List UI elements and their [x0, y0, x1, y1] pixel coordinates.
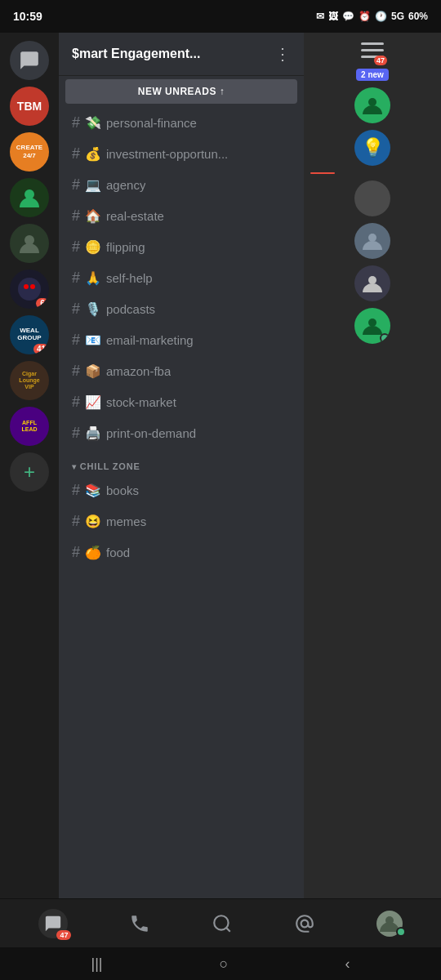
- time-display: 10:59: [13, 10, 42, 23]
- channel-emoji: 😆: [85, 514, 101, 529]
- nav-search-button[interactable]: [202, 910, 243, 938]
- online-status-dot: [380, 333, 390, 343]
- dm-avatar-3[interactable]: [354, 180, 390, 216]
- channels-scroll[interactable]: # 💸 personal-finance # 💰 investment-oppo…: [59, 107, 304, 898]
- profile-online-dot: [396, 927, 406, 937]
- channel-name: amazon-fba: [106, 364, 171, 378]
- channel-print-on-demand[interactable]: # 🖨️ print-on-demand: [59, 417, 304, 448]
- dm-avatar-2[interactable]: 💡: [354, 130, 390, 166]
- channel-emoji: 🏠: [85, 208, 101, 224]
- weal-badge: 41: [33, 344, 49, 354]
- server-icon-scary[interactable]: 6: [10, 270, 49, 309]
- nav-home-button[interactable]: 47: [29, 906, 78, 942]
- hash-icon: #: [72, 545, 80, 559]
- svg-point-10: [368, 234, 376, 242]
- channel-name: agency: [106, 178, 145, 192]
- channel-emoji: 🙏: [85, 270, 101, 286]
- dm-avatar-6[interactable]: [354, 308, 390, 344]
- server-icon-affiliate[interactable]: AFFLLEAD: [10, 407, 49, 446]
- dm-avatar-1[interactable]: [354, 87, 390, 123]
- recent-apps-button[interactable]: |||: [91, 956, 103, 973]
- channel-header: $mart Engagement... ⋮: [59, 33, 304, 76]
- category-arrow-icon: ▾: [72, 462, 77, 471]
- channel-flipping[interactable]: # 🪙 flipping: [59, 231, 304, 262]
- channel-name: personal-finance: [106, 116, 197, 130]
- status-time: 10:59: [13, 10, 42, 23]
- hamburger-menu-button[interactable]: 47: [361, 42, 384, 62]
- channel-amazon-fba[interactable]: # 📦 amazon-fba: [59, 355, 304, 386]
- channel-name: podcasts: [106, 302, 155, 316]
- channel-podcasts[interactable]: # 🎙️ podcasts: [59, 293, 304, 324]
- hash-icon: #: [72, 115, 80, 130]
- channel-emoji: 🎙️: [85, 301, 101, 317]
- channel-emoji: 🍊: [85, 545, 101, 560]
- channel-real-estate[interactable]: # 🏠 real-estate: [59, 200, 304, 231]
- svg-point-2: [18, 278, 41, 301]
- category-chill-zone[interactable]: ▾ CHILL ZONE: [59, 448, 304, 474]
- dm-avatar-4[interactable]: [354, 223, 390, 259]
- direct-messages-button[interactable]: [10, 41, 49, 80]
- more-options-button[interactable]: ⋮: [274, 44, 291, 64]
- channel-emoji: 📧: [85, 332, 101, 348]
- channel-self-help[interactable]: # 🙏 self-help: [59, 262, 304, 293]
- channel-name: self-help: [106, 271, 153, 285]
- new-unreads-button[interactable]: NEW UNREADS ↑: [65, 79, 297, 104]
- server-icon-create[interactable]: CREATE24/7: [10, 132, 49, 172]
- server-icon-weal[interactable]: WEALGROUP 41: [10, 315, 49, 354]
- server-icon-cigar[interactable]: CigarLoungeVIP: [10, 361, 49, 400]
- channel-memes[interactable]: # 😆 memes: [59, 506, 304, 537]
- android-nav-bar: ||| ○ ‹: [0, 947, 441, 980]
- server-icon-tbm[interactable]: TBM: [10, 87, 49, 126]
- server-icon-green[interactable]: [10, 178, 49, 217]
- svg-point-3: [24, 284, 29, 289]
- channel-stock-market[interactable]: # 📈 stock-market: [59, 386, 304, 417]
- dm-avatar-5[interactable]: [354, 265, 390, 301]
- status-icons: ✉ 🖼 💬 ⏰ 🕐 5G 60%: [316, 11, 428, 22]
- channel-email-marketing[interactable]: # 📧 email-marketing: [59, 324, 304, 355]
- category-label: CHILL ZONE: [80, 461, 140, 471]
- back-button[interactable]: ‹: [345, 956, 350, 973]
- channel-investment[interactable]: # 💰 investment-opportun...: [59, 138, 304, 169]
- channel-name: books: [106, 483, 139, 497]
- channel-name: flipping: [106, 240, 145, 254]
- plus-icon: +: [24, 461, 35, 483]
- hash-icon: #: [72, 239, 80, 254]
- clock-icon: 🕐: [375, 11, 387, 22]
- channel-name: real-estate: [106, 209, 164, 223]
- hash-icon: #: [72, 208, 80, 223]
- status-bar: 10:59 ✉ 🖼 💬 ⏰ 🕐 5G 60%: [0, 0, 441, 33]
- hash-icon: #: [72, 146, 80, 161]
- channel-name: print-on-demand: [106, 426, 196, 440]
- add-server-button[interactable]: +: [10, 452, 49, 492]
- right-sidebar: 47 2 new 💡: [304, 33, 441, 898]
- channel-books[interactable]: # 📚 books: [59, 474, 304, 506]
- svg-point-4: [30, 284, 35, 289]
- server-icon-dark[interactable]: [10, 224, 49, 263]
- channel-agency[interactable]: # 💻 agency: [59, 169, 304, 200]
- nav-friends-button[interactable]: [119, 910, 160, 938]
- hash-icon: #: [72, 332, 80, 347]
- svg-rect-6: [361, 49, 384, 51]
- channel-emoji: 📦: [85, 363, 101, 379]
- svg-rect-5: [361, 42, 384, 45]
- hamburger-badge: 47: [374, 56, 387, 65]
- svg-point-8: [368, 98, 376, 106]
- channel-name: investment-opportun...: [106, 147, 228, 161]
- channel-emoji: 📈: [85, 394, 101, 410]
- channel-name: food: [106, 546, 130, 559]
- channel-emoji: 🖨️: [85, 425, 101, 441]
- hash-icon: #: [72, 363, 80, 378]
- nav-mentions-button[interactable]: [284, 910, 325, 938]
- channel-emoji: 💻: [85, 177, 101, 193]
- channel-personal-finance[interactable]: # 💸 personal-finance: [59, 107, 304, 138]
- channel-emoji: 💰: [85, 146, 101, 162]
- channel-emoji: 🪙: [85, 239, 101, 255]
- hash-icon: #: [72, 394, 80, 409]
- main-layout: TBM CREATE24/7 6: [0, 33, 441, 898]
- home-badge: 47: [56, 930, 71, 940]
- channel-emoji: 💸: [85, 115, 101, 131]
- home-button[interactable]: ○: [220, 956, 229, 973]
- channel-emoji: 📚: [85, 483, 101, 498]
- nav-profile-button[interactable]: [367, 907, 412, 940]
- channel-food[interactable]: # 🍊 food: [59, 537, 304, 568]
